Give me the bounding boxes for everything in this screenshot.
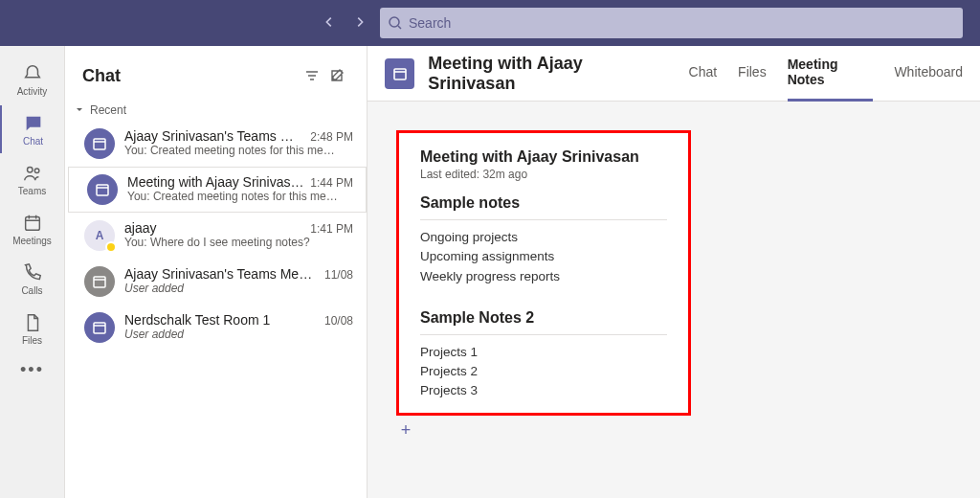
svg-point-0 xyxy=(390,17,399,27)
chat-title: ajaay xyxy=(124,220,304,236)
search-icon xyxy=(388,15,403,34)
chat-time: 11/08 xyxy=(324,268,353,282)
rail-label: Activity xyxy=(17,86,48,97)
calendar-icon xyxy=(84,312,115,343)
notes-title: Meeting with Ajaay Srinivasan xyxy=(420,148,667,166)
notes-section-heading: Sample Notes 2 xyxy=(420,309,667,327)
svg-point-2 xyxy=(34,168,39,172)
rail-item-chat[interactable]: Chat xyxy=(0,105,65,153)
notes-section-heading: Sample notes xyxy=(420,194,667,212)
rail-label: Meetings xyxy=(12,236,52,246)
rail-label: Teams xyxy=(18,186,46,196)
chat-preview: You: Created meeting notes for this me… xyxy=(127,190,353,203)
chat-title: Nerdschalk Test Room 1 xyxy=(124,312,319,328)
rail-label: Files xyxy=(22,335,42,346)
svg-rect-5 xyxy=(97,185,108,195)
svg-rect-7 xyxy=(94,323,105,333)
svg-point-1 xyxy=(27,167,33,172)
chat-item[interactable]: Nerdschalk Test Room 110/08 User added xyxy=(65,305,367,351)
chat-time: 2:48 PM xyxy=(310,130,353,144)
chat-list-pane: Chat Recent Ajaay Srinivasan's Teams Mee… xyxy=(65,46,368,498)
svg-rect-8 xyxy=(394,69,406,79)
divider xyxy=(420,219,667,220)
tab-meeting-notes[interactable]: Meeting Notes xyxy=(788,46,874,102)
notes-line: Weekly progress reports xyxy=(420,267,667,286)
rail-item-files[interactable]: Files xyxy=(0,305,65,352)
chat-item[interactable]: Meeting with Ajaay Srinivasan1:44 PM You… xyxy=(65,167,367,213)
notes-line: Projects 1 xyxy=(420,343,667,362)
rail-label: Chat xyxy=(23,136,43,147)
rail-item-activity[interactable]: Activity xyxy=(0,56,65,103)
conversation-title: Meeting with Ajaay Srinivasan xyxy=(428,54,669,94)
notes-last-edited: Last edited: 32m ago xyxy=(420,168,667,181)
recent-label: Recent xyxy=(90,103,126,117)
add-section-button[interactable]: + xyxy=(396,421,415,441)
rail-item-calls[interactable]: Calls xyxy=(0,255,65,303)
chat-preview: You: Where do I see meeting notes? xyxy=(124,236,353,249)
chat-preview: User added xyxy=(124,282,353,295)
notes-line: Ongoing projects xyxy=(420,228,667,247)
calendar-icon xyxy=(87,174,118,205)
rail-item-teams[interactable]: Teams xyxy=(0,155,65,203)
avatar: A xyxy=(84,220,115,251)
notes-line: Projects 3 xyxy=(420,381,667,400)
nav-back-icon[interactable] xyxy=(323,15,336,32)
tab-chat[interactable]: Chat xyxy=(689,46,718,102)
chat-title: Ajaay Srinivasan's Teams Meeting xyxy=(124,266,319,282)
tab-whiteboard[interactable]: Whiteboard xyxy=(894,46,963,102)
chat-item[interactable]: Ajaay Srinivasan's Teams Meeting11/08 Us… xyxy=(65,259,367,305)
svg-rect-4 xyxy=(94,139,105,149)
nav-forward-icon[interactable] xyxy=(353,15,367,32)
filter-icon[interactable] xyxy=(300,63,324,88)
chat-preview: You: Created meeting notes for this me… xyxy=(124,144,353,157)
main-pane: Meeting with Ajaay Srinivasan Chat Files… xyxy=(368,46,980,498)
chat-item[interactable]: A ajaay1:41 PM You: Where do I see meeti… xyxy=(65,213,367,259)
notes-line: Projects 2 xyxy=(420,362,667,381)
chat-title: Meeting with Ajaay Srinivasan xyxy=(127,174,304,190)
meeting-notes-card[interactable]: Meeting with Ajaay Srinivasan Last edite… xyxy=(396,130,691,416)
app-rail: Activity Chat Teams Meetings Calls Files… xyxy=(0,46,65,498)
calendar-icon xyxy=(84,128,115,159)
conversation-header: Meeting with Ajaay Srinivasan Chat Files… xyxy=(368,46,980,102)
chat-time: 10/08 xyxy=(324,314,353,328)
svg-rect-3 xyxy=(25,216,39,230)
top-bar xyxy=(0,0,980,46)
notes-line: Upcoming assignments xyxy=(420,247,667,266)
chat-time: 1:44 PM xyxy=(310,176,353,190)
tab-files[interactable]: Files xyxy=(738,46,767,102)
recent-section[interactable]: Recent xyxy=(65,100,367,121)
chat-time: 1:41 PM xyxy=(310,222,353,236)
calendar-icon xyxy=(385,58,414,89)
chat-list-header: Chat xyxy=(82,66,300,86)
calendar-icon xyxy=(84,266,115,297)
search-input[interactable] xyxy=(380,8,963,38)
chat-title: Ajaay Srinivasan's Teams Mee… xyxy=(124,128,304,144)
chat-preview: User added xyxy=(124,328,353,341)
rail-label: Calls xyxy=(21,285,42,296)
divider xyxy=(420,334,667,335)
rail-item-meetings[interactable]: Meetings xyxy=(0,205,65,253)
chat-item[interactable]: Ajaay Srinivasan's Teams Mee…2:48 PM You… xyxy=(65,121,367,167)
rail-more-icon[interactable]: ••• xyxy=(20,360,44,380)
svg-rect-6 xyxy=(94,277,105,287)
presence-away-icon xyxy=(105,241,117,253)
compose-icon[interactable] xyxy=(324,63,349,88)
